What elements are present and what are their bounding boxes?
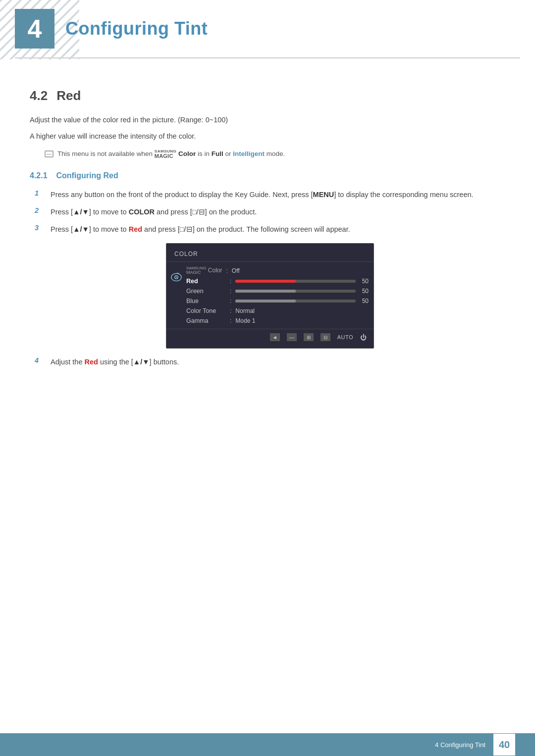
step-1-text: Press any button on the front of the pro… xyxy=(51,189,474,201)
note-prefix: This menu is not available when xyxy=(57,150,155,157)
gamma-label: Gamma xyxy=(186,317,226,324)
color-tone-label: Color Tone xyxy=(186,307,226,314)
menu-items-list: SAMSUNG MAGIC Color : Off Red : xyxy=(186,265,374,326)
green-bar-track xyxy=(235,290,356,293)
menu-icon-area xyxy=(166,265,186,326)
back-icon: ⊟ xyxy=(323,335,327,340)
magic-color-label: SAMSUNG MAGIC Color xyxy=(186,266,222,275)
menu-item-gamma: Gamma : Mode 1 xyxy=(186,316,369,326)
color-menu-title: COLOR xyxy=(166,249,374,262)
menu-item-magic-color: SAMSUNG MAGIC Color : Off xyxy=(186,265,369,276)
main-content: 4.2 Red Adjust the value of the color re… xyxy=(0,58,535,413)
step-2: 2 Press [▲/▼] to move to COLOR and press… xyxy=(35,206,505,218)
blue-colon: : xyxy=(230,298,231,304)
menu-item-red: Red : 50 xyxy=(186,276,369,286)
subsection-number: 4.2.1 xyxy=(30,171,48,180)
gamma-value: Mode 1 xyxy=(235,317,255,324)
samsung-magic-brand: SAMSUNG MAGIC xyxy=(155,150,176,159)
footer-chapter-text: 4 Configuring Tint xyxy=(435,741,485,749)
step-1: 1 Press any button on the front of the p… xyxy=(35,189,505,201)
svg-point-4 xyxy=(176,277,177,278)
red-bar-container: 50 xyxy=(235,278,369,285)
enter-icon: ⊞ xyxy=(307,335,311,340)
blue-label: Blue xyxy=(186,298,226,304)
magic-color-value: Off xyxy=(232,267,240,274)
description-1: Adjust the value of the color red in the… xyxy=(30,114,505,126)
auto-label: AUTO xyxy=(337,334,353,340)
subsection-heading: 4.2.1 Configuring Red xyxy=(30,171,505,180)
section-title-text: Red xyxy=(56,88,81,103)
blue-bar-fill xyxy=(235,300,295,302)
steps-list: 1 Press any button on the front of the p… xyxy=(35,189,505,368)
page-footer: 4 Configuring Tint 40 xyxy=(0,733,535,756)
green-bar-number: 50 xyxy=(359,288,369,295)
color-brand-word: Color xyxy=(178,150,196,157)
menu-nav-bar: ◄ — ⊞ ⊟ AUTO ⏻ xyxy=(166,329,374,343)
red-bar-track xyxy=(235,280,356,283)
step-2-text: Press [▲/▼] to move to COLOR and press [… xyxy=(51,206,257,218)
green-bar-container: 50 xyxy=(235,288,369,295)
menu-item-green: Green : 50 xyxy=(186,286,369,296)
intelligent-word: Intelligent xyxy=(233,150,265,157)
color-menu-body: SAMSUNG MAGIC Color : Off Red : xyxy=(166,265,374,326)
step-2-number: 2 xyxy=(35,206,43,214)
section-number: 4.2 xyxy=(30,88,48,103)
note-text: This menu is not available when SAMSUNG … xyxy=(57,149,285,159)
nav-minus-btn: — xyxy=(287,333,297,341)
menu-item-color-tone: Color Tone : Normal xyxy=(186,306,369,316)
note-end: mode. xyxy=(267,150,285,157)
nav-left-btn: ◄ xyxy=(270,333,280,341)
full-word: Full xyxy=(212,150,223,157)
step-4-text: Adjust the Red using the [▲/▼] buttons. xyxy=(51,356,179,368)
blue-bar-number: 50 xyxy=(359,298,369,304)
note-or: or xyxy=(225,150,233,157)
chapter-title: Configuring Tint xyxy=(65,18,208,39)
green-bar-fill xyxy=(235,290,295,293)
chapter-number: 4 xyxy=(28,16,42,42)
step-3: 3 Press [▲/▼] to move to Red and press [… xyxy=(35,224,505,235)
magic-color-colon: : xyxy=(226,267,227,274)
green-label: Green xyxy=(186,288,226,295)
green-colon: : xyxy=(230,288,231,295)
red-bar-fill xyxy=(235,280,295,283)
step-1-number: 1 xyxy=(35,189,43,197)
blue-bar-track xyxy=(235,300,356,302)
chapter-number-box: 4 xyxy=(15,9,54,49)
minus-icon: — xyxy=(289,335,294,340)
power-icon: ⏻ xyxy=(360,334,367,341)
blue-bar-container: 50 xyxy=(235,298,369,304)
note-middle: is in xyxy=(198,150,212,157)
footer-page-number: 40 xyxy=(493,734,515,756)
section-heading: 4.2 Red xyxy=(30,88,505,103)
step-3-number: 3 xyxy=(35,224,43,232)
menu-item-blue: Blue : 50 xyxy=(186,296,369,306)
note-icon xyxy=(45,151,54,157)
color-menu-screenshot: COLOR SAMSUNG xyxy=(166,243,374,349)
subsection-title-text: Configuring Red xyxy=(56,171,118,180)
note-box: This menu is not available when SAMSUNG … xyxy=(45,149,505,159)
color-tone-value: Normal xyxy=(235,307,255,314)
subsection-spacer xyxy=(50,171,54,180)
step-4-number: 4 xyxy=(35,356,43,364)
red-colon: : xyxy=(230,278,231,285)
page-header: 4 Configuring Tint xyxy=(0,0,535,57)
step-4: 4 Adjust the Red using the [▲/▼] buttons… xyxy=(35,356,505,368)
magic-eye-icon xyxy=(171,272,182,283)
nav-back-btn: ⊟ xyxy=(321,333,330,341)
red-bar-number: 50 xyxy=(359,278,369,285)
gamma-colon: : xyxy=(230,317,231,324)
step-3-text: Press [▲/▼] to move to Red and press [□/… xyxy=(51,224,350,235)
color-tone-colon: : xyxy=(230,307,231,314)
red-label: Red xyxy=(186,278,226,285)
left-arrow-icon: ◄ xyxy=(272,335,277,340)
description-2: A higher value will increase the intensi… xyxy=(30,131,505,142)
nav-enter-btn: ⊞ xyxy=(304,333,314,341)
